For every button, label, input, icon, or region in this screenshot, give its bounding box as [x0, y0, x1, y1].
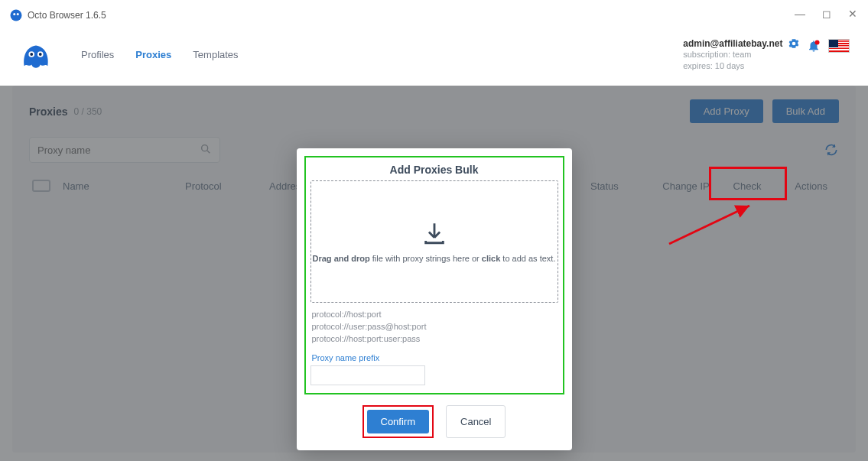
- svg-point-7: [815, 40, 820, 44]
- svg-point-2: [17, 13, 19, 15]
- window-maximize-icon[interactable]: ◻: [822, 8, 831, 20]
- example-1: protocol://host:port: [312, 309, 557, 321]
- nav-templates[interactable]: Templates: [193, 49, 238, 60]
- svg-point-1: [13, 13, 15, 15]
- prefix-input[interactable]: [310, 365, 425, 385]
- brand-logo-icon: [18, 37, 54, 72]
- example-2: protocol://user:pass@host:port: [312, 321, 557, 333]
- svg-point-5: [30, 53, 33, 56]
- prefix-label: Proxy name prefix: [312, 353, 557, 362]
- confirm-button[interactable]: Confirm: [367, 410, 430, 433]
- window-title: Octo Browser 1.6.5: [28, 10, 106, 21]
- drop-strong-2: click: [482, 254, 500, 263]
- modal-highlight-box: Add Proxies Bulk Drag and drop file with…: [304, 156, 564, 394]
- dropzone[interactable]: Drag and drop file with proxy strings he…: [310, 180, 558, 303]
- drop-end: to add as text.: [500, 254, 555, 263]
- account-expires: expires: 10 days: [683, 60, 799, 71]
- modal-title: Add Proxies Bulk: [310, 164, 558, 176]
- account-subscription: subscription: team: [683, 49, 799, 60]
- download-icon: [421, 220, 447, 246]
- bell-icon[interactable]: [807, 39, 821, 53]
- nav-profiles[interactable]: Profiles: [81, 49, 114, 60]
- account-block: admin@affiliatebay.net subscription: tea…: [683, 37, 850, 71]
- gear-icon[interactable]: [788, 38, 799, 49]
- window-close-icon[interactable]: ✕: [848, 8, 857, 20]
- svg-point-0: [11, 10, 22, 21]
- flag-us-icon[interactable]: [828, 39, 850, 53]
- cancel-button[interactable]: Cancel: [446, 405, 506, 438]
- window-logo-icon: [9, 8, 23, 22]
- nav-proxies[interactable]: Proxies: [135, 49, 171, 60]
- example-3: protocol://host:port:user:pass: [312, 333, 557, 346]
- confirm-highlight-box: Confirm: [362, 405, 434, 438]
- svg-point-6: [39, 53, 42, 56]
- dropzone-text: Drag and drop file with proxy strings he…: [313, 254, 556, 263]
- drop-strong-1: Drag and drop: [313, 254, 370, 263]
- main-nav: Profiles Proxies Templates: [81, 49, 239, 60]
- bulk-add-modal: Add Proxies Bulk Drag and drop file with…: [297, 148, 572, 450]
- window-minimize-icon[interactable]: —: [795, 8, 805, 20]
- account-email: admin@affiliatebay.net: [683, 38, 782, 49]
- drop-mid: file with proxy strings here or: [370, 254, 482, 263]
